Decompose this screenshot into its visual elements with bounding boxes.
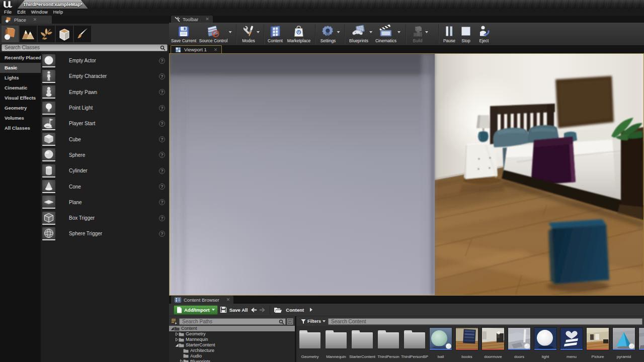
help-question-icon[interactable]: ?: [159, 231, 165, 237]
expander-closed-icon[interactable]: [180, 359, 183, 362]
stop-button[interactable]: Stop: [461, 24, 471, 43]
document-tab[interactable]: ThirdPersonExampleMap*: [18, 0, 88, 9]
settings-button[interactable]: Settings: [320, 24, 336, 43]
tab-close-icon[interactable]: ✕: [226, 297, 230, 302]
tree-folder-geometry[interactable]: Geometry: [169, 331, 295, 337]
place-item-empty-character[interactable]: Empty Character?: [41, 68, 169, 84]
help-question-icon[interactable]: ?: [159, 152, 165, 158]
asset-picture[interactable]: Picture: [585, 326, 611, 362]
asset-folder-thirdperson[interactable]: ThirdPerson: [375, 326, 401, 362]
menu-item-edit[interactable]: Edit: [17, 10, 25, 15]
expander-open-icon[interactable]: [171, 327, 174, 330]
asset-folder-startercontent[interactable]: StarterContent: [349, 326, 375, 362]
tree-folder-mannequin[interactable]: Mannequin: [169, 337, 295, 342]
mode-button-mesh-paint[interactable]: [74, 26, 91, 42]
category-basic[interactable]: Basic: [0, 63, 41, 73]
place-item-cone[interactable]: Cone?: [41, 178, 169, 194]
menu-item-help[interactable]: Help: [53, 10, 63, 15]
asset-ball[interactable]: ball: [428, 326, 454, 362]
help-question-icon[interactable]: ?: [159, 215, 165, 221]
viewport-3d-scene[interactable]: [169, 53, 644, 296]
breadcrumb[interactable]: Content: [274, 307, 312, 313]
place-item-point-light[interactable]: Point Light?: [41, 100, 169, 116]
marketplace-button[interactable]: Marketplace: [287, 24, 310, 43]
expander-closed-icon[interactable]: [175, 338, 179, 341]
tree-folder-audio[interactable]: Audio: [169, 353, 295, 358]
menu-item-file[interactable]: File: [4, 10, 12, 15]
tree-folder-startercontent[interactable]: StarterContent: [169, 342, 295, 348]
search-content-input[interactable]: Search Content: [328, 318, 642, 325]
asset-re[interactable]: re: [637, 326, 644, 362]
place-item-empty-actor[interactable]: Empty Actor?: [41, 53, 169, 68]
category-volumes[interactable]: Volumes: [0, 113, 41, 123]
category-all-classes[interactable]: All Classes: [0, 123, 41, 133]
category-visual-effects[interactable]: Visual Effects: [0, 93, 41, 103]
tab-close-icon[interactable]: ✕: [205, 17, 209, 22]
save-all-button[interactable]: Save All: [220, 306, 248, 313]
tree-folder-architecture[interactable]: Architecture: [169, 348, 295, 353]
mode-button-foliage[interactable]: [38, 26, 55, 42]
expander-open-icon[interactable]: [175, 343, 179, 347]
asset-books[interactable]: books: [454, 326, 480, 362]
eject-button[interactable]: Eject: [478, 24, 490, 43]
place-item-sphere-trigger[interactable]: Sphere Trigger?: [41, 226, 169, 241]
asset-folder-thirdpersonbp[interactable]: ThirdPersonBP: [401, 326, 428, 362]
asset-light[interactable]: light: [532, 326, 558, 362]
mode-button-place[interactable]: [2, 26, 19, 42]
category-lights[interactable]: Lights: [0, 73, 41, 83]
mode-button-geometry-editing[interactable]: [56, 26, 73, 42]
blueprints-button[interactable]: Blueprints: [349, 24, 368, 43]
tab-place[interactable]: Place ✕: [2, 16, 52, 24]
asset-pyramid[interactable]: pyramid: [611, 326, 637, 362]
asset-doormove[interactable]: doormove: [480, 326, 506, 362]
cinematics-button[interactable]: Cinematics: [375, 24, 396, 43]
category-cinematic[interactable]: Cinematic: [0, 83, 41, 93]
tree-folder-content[interactable]: Content: [169, 326, 295, 331]
help-question-icon[interactable]: ?: [159, 136, 165, 142]
help-question-icon[interactable]: ?: [159, 105, 165, 111]
asset-menu[interactable]: menu: [558, 326, 585, 362]
save-current-button[interactable]: Save Current: [171, 24, 196, 43]
asset-doors[interactable]: doors: [506, 326, 532, 362]
tab-content-browser[interactable]: Content Browser ✕: [171, 296, 233, 304]
filters-button[interactable]: Filters: [301, 319, 326, 324]
mode-button-landscape[interactable]: [20, 26, 37, 42]
source-control-button[interactable]: Source Control: [199, 24, 228, 43]
add-import-button[interactable]: Add/Import: [174, 305, 218, 315]
category-geometry[interactable]: Geometry: [0, 103, 41, 113]
back-arrow-icon[interactable]: [251, 307, 257, 313]
menu-item-window[interactable]: Window: [31, 10, 48, 15]
search-classes-input[interactable]: Search Classes: [2, 44, 168, 51]
forward-arrow-icon[interactable]: [259, 307, 266, 313]
sources-toggle-icon[interactable]: [171, 318, 178, 324]
build-button[interactable]: Build: [411, 24, 424, 43]
help-question-icon[interactable]: ?: [159, 89, 165, 95]
place-item-plane[interactable]: Plane?: [41, 195, 169, 210]
asset-folder-geometry[interactable]: Geometry: [297, 326, 323, 362]
tab-close-icon[interactable]: ✕: [214, 47, 218, 52]
tab-viewport-1[interactable]: Viewport 1 ✕: [171, 45, 222, 53]
asset-folder-mannequin[interactable]: Mannequin: [323, 326, 349, 362]
tree-folder-blueprints[interactable]: Blueprints: [169, 358, 295, 362]
place-item-cube[interactable]: Cube?: [41, 131, 169, 147]
help-question-icon[interactable]: ?: [159, 58, 165, 64]
search-paths-input[interactable]: Search Paths: [179, 318, 286, 325]
sources-view-options-button[interactable]: [287, 318, 293, 325]
place-item-player-start[interactable]: Player Start?: [41, 116, 169, 131]
place-item-empty-pawn[interactable]: Empty Pawn?: [41, 84, 169, 100]
pause-button[interactable]: Pause: [443, 24, 455, 43]
help-question-icon[interactable]: ?: [159, 73, 165, 79]
help-question-icon[interactable]: ?: [159, 199, 165, 205]
place-item-box-trigger[interactable]: Box Trigger?: [41, 210, 169, 226]
help-question-icon[interactable]: ?: [159, 168, 165, 174]
help-question-icon[interactable]: ?: [159, 121, 165, 127]
tab-toolbar[interactable]: Toolbar ✕: [171, 16, 213, 23]
category-recently-placed[interactable]: Recently Placed: [0, 53, 41, 63]
expander-closed-icon[interactable]: [175, 332, 179, 336]
tab-close-icon[interactable]: ✕: [33, 17, 37, 22]
help-question-icon[interactable]: ?: [159, 184, 165, 190]
modes-button[interactable]: Modes: [242, 24, 256, 43]
content-button[interactable]: Content: [268, 24, 283, 43]
place-item-cylinder[interactable]: Cylinder?: [41, 163, 169, 178]
place-item-sphere[interactable]: Sphere?: [41, 147, 169, 163]
